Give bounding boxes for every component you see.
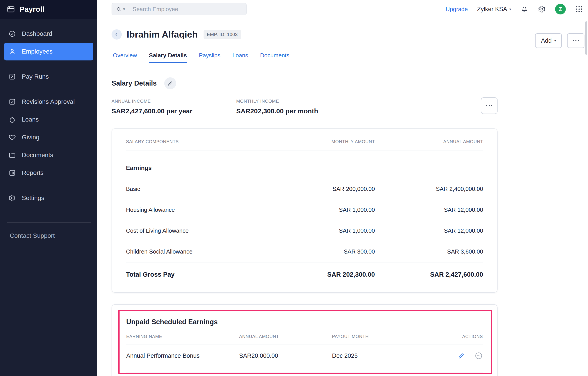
salary-more-button[interactable] (481, 97, 498, 114)
search-scope-caret-icon[interactable]: ▾ (123, 7, 125, 11)
earnings-group-label: Earnings (126, 165, 483, 172)
table-row: Annual Performance Bonus SAR20,000.00 De… (112, 345, 497, 367)
unpaid-earnings-table-header: EARNING NAME ANNUAL AMOUNT PAYOUT MONTH … (112, 334, 497, 339)
chevron-down-icon: ▾ (509, 7, 511, 11)
edit-pencil-icon[interactable] (458, 353, 465, 359)
search-icon[interactable] (116, 6, 122, 12)
sidebar-item-settings[interactable]: Settings (0, 189, 97, 207)
page-title: Ibrahim Alfaqieh (127, 29, 198, 40)
sidebar-item-label: Loans (22, 116, 39, 123)
contact-support-link[interactable]: Contact Support (10, 232, 97, 239)
add-button[interactable]: Add ▾ (535, 33, 562, 48)
more-icon (573, 40, 579, 41)
chevron-down-icon: ▾ (554, 39, 556, 43)
monthly-income-value: SAR202,300.00 per month (236, 107, 318, 115)
components-rows: Basic SAR 200,000.00 SAR 2,400,000.00 Ho… (112, 178, 497, 262)
sidebar-nav: Dashboard Employees Pay Runs (0, 19, 97, 207)
pay-runs-icon (9, 73, 16, 80)
more-options-icon[interactable] (474, 352, 483, 360)
sidebar-item-giving[interactable]: Giving (0, 128, 97, 146)
unpaid-scheduled-earnings-card: Unpaid Scheduled Earnings EARNING NAME A… (112, 304, 498, 376)
topbar: ▾ Upgrade Zylker KSA ▾ Z (97, 0, 588, 18)
salary-section-header: Salary Details (112, 77, 176, 89)
column-header: PAYOUT MONTH (332, 334, 436, 339)
monthly-income-label: MONTHLY INCOME (236, 99, 318, 104)
scrollbar-thumb[interactable] (585, 21, 587, 55)
sidebar-item-dashboard[interactable]: Dashboard (0, 25, 97, 43)
tab-payslips[interactable]: Payslips (199, 49, 220, 63)
search-divider (129, 6, 129, 12)
tabs-divider (97, 63, 588, 63)
sidebar-item-label: Employees (22, 48, 53, 55)
upgrade-link[interactable]: Upgrade (446, 6, 468, 13)
tab-documents[interactable]: Documents (260, 49, 290, 63)
page-header: Ibrahim Alfaqieh EMP. ID: 1003 Add ▾ (112, 26, 584, 43)
salary-components-card: SALARY COMPONENTS MONTHLY AMOUNT ANNUAL … (112, 128, 498, 293)
column-header: ACTIONS (436, 334, 483, 339)
annual-income-label: ANNUAL INCOME (112, 99, 236, 104)
settings-gear-icon (9, 194, 16, 202)
emp-id-badge: EMP. ID: 1003 (204, 30, 241, 39)
sidebar-item-label: Reports (22, 169, 43, 177)
section-title: Salary Details (112, 79, 157, 87)
dashboard-icon (9, 30, 16, 38)
apps-grid-icon[interactable] (575, 5, 583, 13)
payroll-logo-icon (7, 5, 15, 14)
sidebar-item-label: Revisions Approval (22, 98, 75, 105)
annual-income-block: ANNUAL INCOME SAR2,427,600.00 per year (112, 99, 236, 115)
tab-salary-details[interactable]: Salary Details (149, 49, 187, 63)
app-header: Payroll (0, 0, 97, 19)
org-name: Zylker KSA (477, 6, 507, 13)
column-header: ANNUAL AMOUNT (239, 334, 332, 339)
table-divider (126, 150, 483, 150)
components-table-header: SALARY COMPONENTS MONTHLY AMOUNT ANNUAL … (112, 129, 497, 150)
loans-icon (9, 116, 16, 123)
total-gross-pay-row: Total Gross Pay SAR 202,300.00 SAR 2,427… (112, 262, 497, 286)
monthly-income-block: MONTHLY INCOME SAR202,300.00 per month (236, 99, 318, 115)
sidebar: Payroll Dashboard Employees (0, 0, 97, 376)
sidebar-item-label: Giving (22, 134, 39, 141)
employee-search[interactable]: ▾ (112, 3, 247, 15)
sidebar-item-documents[interactable]: Documents (0, 146, 97, 164)
tab-loans[interactable]: Loans (232, 49, 248, 63)
sidebar-item-reports[interactable]: Reports (0, 164, 97, 182)
header-more-button[interactable] (567, 33, 584, 48)
tab-overview[interactable]: Overview (113, 49, 137, 63)
more-icon (486, 105, 492, 106)
org-selector[interactable]: Zylker KSA ▾ (477, 6, 511, 13)
sidebar-item-employees[interactable]: Employees (4, 43, 93, 61)
unpaid-earnings-title: Unpaid Scheduled Earnings (126, 318, 483, 326)
column-header: ANNUAL AMOUNT (375, 139, 483, 144)
table-row: Housing Allowance SAR 1,000.00 SAR 12,00… (112, 199, 497, 220)
column-header: SALARY COMPONENTS (126, 139, 282, 144)
column-header: EARNING NAME (126, 334, 239, 339)
gear-icon[interactable] (538, 5, 546, 13)
annual-income-value: SAR2,427,600.00 per year (112, 107, 236, 115)
table-row: Cost of Living Allowance SAR 1,000.00 SA… (112, 220, 497, 241)
sidebar-item-label: Dashboard (22, 30, 52, 37)
employees-icon (9, 48, 16, 55)
search-input[interactable] (133, 6, 242, 13)
income-summary: ANNUAL INCOME SAR2,427,600.00 per year M… (112, 99, 318, 115)
user-avatar[interactable]: Z (555, 4, 566, 14)
table-row: Children Social Allowance SAR 300.00 SAR… (112, 241, 497, 262)
column-header: MONTHLY AMOUNT (282, 139, 375, 144)
sidebar-item-label: Documents (22, 152, 53, 159)
employee-tabs: Overview Salary Details Payslips Loans D… (113, 49, 289, 63)
sidebar-item-label: Settings (22, 194, 44, 202)
app-title: Payroll (20, 5, 44, 14)
sidebar-item-loans[interactable]: Loans (0, 111, 97, 128)
table-divider (126, 372, 483, 372)
back-button[interactable] (112, 29, 122, 40)
notifications-bell-icon[interactable] (520, 5, 528, 13)
edit-salary-button[interactable] (164, 77, 176, 89)
sidebar-divider (7, 222, 91, 223)
reports-chart-icon (9, 169, 16, 177)
header-actions: Add ▾ (535, 33, 584, 48)
revisions-approval-icon (9, 98, 16, 105)
sidebar-item-revisions-approval[interactable]: Revisions Approval (0, 93, 97, 111)
main-content: ▾ Upgrade Zylker KSA ▾ Z (97, 0, 588, 376)
sidebar-item-pay-runs[interactable]: Pay Runs (0, 68, 97, 85)
documents-folder-icon (9, 151, 16, 159)
sidebar-item-label: Pay Runs (22, 73, 49, 80)
